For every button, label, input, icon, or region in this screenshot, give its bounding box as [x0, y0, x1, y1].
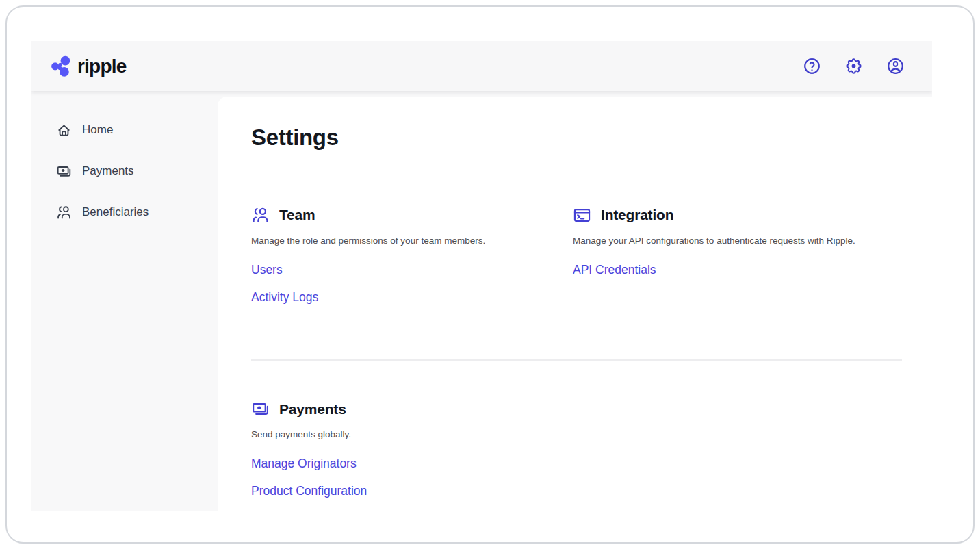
- section-payments-header: Payments: [251, 400, 902, 418]
- profile-button[interactable]: [886, 57, 905, 75]
- section-title: Integration: [601, 207, 673, 223]
- ripple-logo-icon: [51, 55, 71, 77]
- section-team: Team Manage the role and permissions of …: [251, 206, 573, 316]
- section-description: Manage your API configurations to authen…: [573, 235, 902, 247]
- app-frame: ripple: [31, 41, 932, 511]
- sidebar-item-label: Payments: [82, 164, 134, 178]
- terminal-icon: [573, 206, 591, 225]
- section-payments: Payments Send payments globally. Manage …: [251, 400, 902, 499]
- banknote-icon: [251, 400, 270, 418]
- sidebar: Home Payments: [31, 91, 218, 511]
- help-icon: [803, 57, 821, 75]
- api-credentials-link[interactable]: API Credentials: [573, 261, 902, 278]
- profile-icon: [886, 57, 905, 75]
- users-icon: [56, 205, 72, 220]
- section-divider: [251, 359, 902, 361]
- section-title: Payments: [279, 401, 346, 418]
- product-configuration-link[interactable]: Product Configuration: [251, 483, 902, 499]
- section-description: Manage the role and permissions of your …: [251, 235, 573, 247]
- settings-button[interactable]: [844, 57, 863, 75]
- activity-logs-link[interactable]: Activity Logs: [251, 289, 573, 305]
- gear-icon: [844, 57, 863, 75]
- section-team-header: Team: [251, 206, 573, 225]
- team-users-icon: [251, 206, 270, 225]
- section-links: API Credentials: [573, 261, 902, 278]
- settings-panel: Settings: [218, 97, 932, 511]
- sidebar-item-label: Beneficiaries: [82, 205, 149, 219]
- section-links: Manage Originators Product Configuration: [251, 455, 902, 499]
- topbar-actions: [803, 57, 905, 75]
- section-integration-header: Integration: [573, 206, 902, 225]
- ripple-logo[interactable]: ripple: [51, 55, 126, 77]
- section-description: Send payments globally.: [251, 429, 902, 441]
- app-body: Home Payments: [31, 91, 932, 511]
- sidebar-item-beneficiaries[interactable]: Beneficiaries: [31, 192, 218, 233]
- manage-originators-link[interactable]: Manage Originators: [251, 455, 902, 472]
- sidebar-item-label: Home: [82, 123, 113, 137]
- users-link[interactable]: Users: [251, 261, 573, 278]
- section-title: Team: [279, 207, 315, 223]
- help-button[interactable]: [803, 57, 821, 75]
- section-links: Users Activity Logs: [251, 261, 573, 305]
- brand-name: ripple: [77, 55, 126, 77]
- page-title: Settings: [251, 125, 902, 151]
- top-bar: ripple: [31, 41, 932, 91]
- home-icon: [56, 123, 72, 138]
- section-integration: Integration Manage your API configuratio…: [573, 206, 902, 316]
- sidebar-item-home[interactable]: Home: [31, 110, 218, 151]
- app-window: ripple: [5, 5, 975, 544]
- settings-sections-top: Team Manage the role and permissions of …: [251, 206, 902, 316]
- banknote-icon: [56, 164, 72, 179]
- sidebar-item-payments[interactable]: Payments: [31, 151, 218, 192]
